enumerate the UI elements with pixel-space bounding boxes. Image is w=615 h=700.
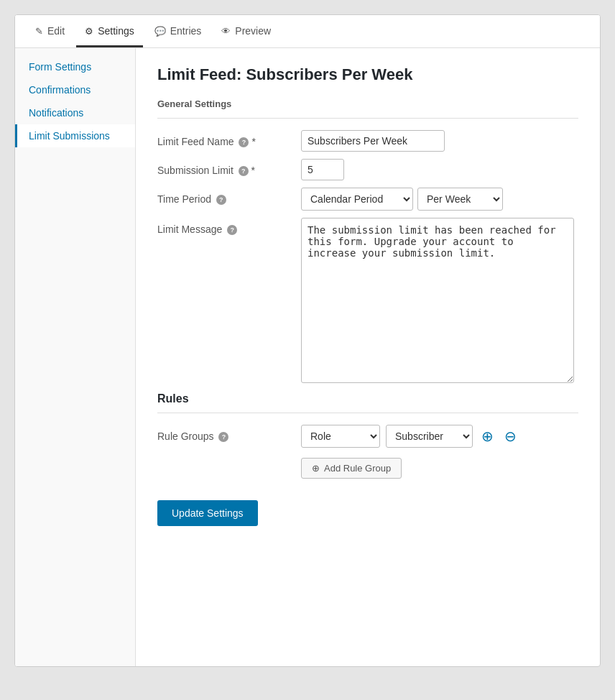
limit-feed-name-help-icon[interactable]: ? — [239, 137, 249, 147]
limit-feed-name-value — [301, 130, 578, 152]
page-title: Limit Feed: Subscribers Per Week — [157, 65, 578, 84]
main-layout: Form Settings Confirmations Notification… — [15, 48, 600, 666]
tab-preview[interactable]: 👁 Preview — [213, 15, 279, 47]
rule-role-select[interactable]: Role User ID Email — [301, 425, 380, 448]
rules-heading: Rules — [157, 392, 578, 405]
time-period-label-cell: Time Period ? — [157, 188, 301, 205]
limit-message-help-icon[interactable]: ? — [227, 225, 237, 235]
limit-message-value: The submission limit has been reached fo… — [301, 218, 578, 385]
add-rule-group-label: Add Rule Group — [324, 463, 391, 474]
limit-feed-name-row: Limit Feed Name ? * — [157, 130, 578, 152]
tab-bar: ✎ Edit ⚙ Settings 💬 Entries 👁 Preview — [15, 15, 600, 48]
time-period-value: Calendar Period Rolling Period Per Week … — [301, 188, 578, 211]
time-period-row: Time Period ? Calendar Period Rolling Pe… — [157, 188, 578, 211]
rule-group-1: Role User ID Email Subscriber Administra… — [301, 425, 578, 448]
limit-message-textarea[interactable]: The submission limit has been reached fo… — [301, 218, 574, 383]
remove-rule-btn[interactable]: ⊖ — [501, 428, 519, 445]
tab-preview-label: Preview — [235, 25, 271, 37]
edit-icon: ✎ — [35, 26, 43, 37]
limit-message-row: Limit Message ? The submission limit has… — [157, 218, 578, 385]
time-period-help-icon[interactable]: ? — [216, 195, 226, 205]
rule-groups-value: Role User ID Email Subscriber Administra… — [301, 425, 578, 479]
submission-limit-input[interactable] — [301, 159, 344, 180]
tab-entries-label: Entries — [170, 25, 202, 37]
add-rule-group-icon: ⊕ — [312, 463, 320, 474]
time-period-label: Time Period — [157, 193, 211, 205]
submission-limit-value — [301, 159, 578, 180]
submission-limit-help-icon[interactable]: ? — [239, 166, 249, 176]
sidebar-item-limit-submissions[interactable]: Limit Submissions — [15, 124, 135, 147]
tab-edit-label: Edit — [47, 25, 65, 37]
limit-feed-name-label: Limit Feed Name — [157, 136, 234, 147]
rules-section: Rules Rule Groups ? Role User ID Email — [157, 392, 578, 479]
tab-settings[interactable]: ⚙ Settings — [76, 15, 143, 47]
limit-feed-name-label-cell: Limit Feed Name ? * — [157, 130, 301, 147]
update-settings-button[interactable]: Update Settings — [157, 500, 258, 526]
time-period-select-2[interactable]: Per Week Per Day Per Month Per Year — [417, 188, 503, 211]
general-settings-divider — [157, 118, 578, 119]
preview-icon: 👁 — [221, 26, 231, 37]
limit-feed-name-input[interactable] — [301, 130, 445, 152]
limit-message-label: Limit Message — [157, 224, 222, 235]
entries-icon: 💬 — [154, 26, 166, 37]
sidebar: Form Settings Confirmations Notification… — [15, 48, 136, 666]
limit-feed-name-required: * — [251, 136, 255, 147]
rule-groups-help-icon[interactable]: ? — [218, 432, 228, 442]
rule-groups-row: Rule Groups ? Role User ID Email Subscri… — [157, 425, 578, 479]
rule-groups-label-cell: Rule Groups ? — [157, 425, 301, 442]
sidebar-item-form-settings[interactable]: Form Settings — [15, 55, 135, 78]
rule-groups-label: Rule Groups — [157, 430, 214, 442]
rules-divider — [157, 413, 578, 413]
time-period-select-1[interactable]: Calendar Period Rolling Period — [301, 188, 413, 211]
add-rule-btn[interactable]: ⊕ — [478, 428, 496, 445]
add-rule-group-button[interactable]: ⊕ Add Rule Group — [301, 458, 402, 479]
submission-limit-row: Submission Limit ? * — [157, 159, 578, 180]
submission-limit-label-cell: Submission Limit ? * — [157, 159, 301, 176]
general-settings-heading: General Settings — [157, 98, 578, 109]
rule-subscriber-select[interactable]: Subscriber Administrator Editor Author C… — [386, 425, 473, 448]
content-area: Limit Feed: Subscribers Per Week General… — [136, 48, 600, 666]
submission-limit-required: * — [251, 165, 255, 176]
sidebar-item-notifications[interactable]: Notifications — [15, 101, 135, 124]
tab-entries[interactable]: 💬 Entries — [146, 15, 211, 47]
limit-message-label-cell: Limit Message ? — [157, 218, 301, 235]
submission-limit-label: Submission Limit — [157, 165, 233, 176]
main-card: ✎ Edit ⚙ Settings 💬 Entries 👁 Preview Fo… — [14, 14, 601, 667]
settings-icon: ⚙ — [85, 26, 93, 37]
sidebar-item-confirmations[interactable]: Confirmations — [15, 78, 135, 101]
tab-edit[interactable]: ✎ Edit — [27, 15, 73, 47]
tab-settings-label: Settings — [98, 25, 134, 37]
